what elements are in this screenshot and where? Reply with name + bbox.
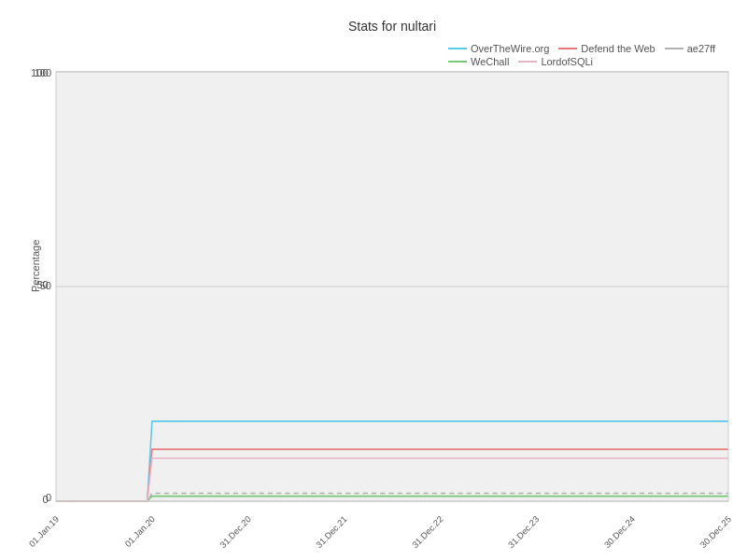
legend-color-lordofsqli [518,61,537,63]
legend-label-defendtheweb: Defend the Web [581,43,655,54]
chart-plot-svg: 100 50 0 01.Jan.19 01.Jan.20 31.Dec.20 3… [56,72,728,501]
legend-label-wechall: WeChall [471,56,509,67]
legend-item-wechall: WeChall [448,56,509,67]
y-label-100: 100 [31,67,49,78]
x-label-dec20: 31.Dec.20 [218,513,252,550]
legend-item-ae27ff: ae27ff [665,43,715,54]
legend-color-ae27ff [665,48,684,49]
x-label-jan19: 01.Jan.19 [27,513,61,549]
legend-label-lordofsqli: LordofSQLi [541,56,593,67]
chart-area: Percentage 100 50 0 01.Jan.19 [56,72,728,501]
x-label-dec23: 31.Dec.23 [506,513,541,550]
chart-container: Stats for nultari OverTheWire.org Defend… [0,0,747,560]
x-label-jan20: 01.Jan.20 [123,513,157,549]
x-label-dec21: 31.Dec.21 [314,513,348,550]
chart-title: Stats for nultari [56,19,728,34]
x-label-dec22: 31.Dec.22 [410,513,444,550]
legend-color-wechall [448,61,467,63]
chart-legend: OverTheWire.org Defend the Web ae27ff We… [448,43,728,67]
x-label-dec25: 30.Dec.25 [698,513,733,550]
legend-color-defendtheweb [558,48,577,49]
x-label-dec24: 30.Dec.24 [602,513,637,550]
legend-color-overthewire [448,48,467,49]
legend-item-defendtheweb: Defend the Web [558,43,655,54]
legend-label-overthewire: OverTheWire.org [471,43,549,54]
legend-label-ae27ff: ae27ff [687,43,715,54]
y-label-50: 50 [36,279,49,290]
legend-item-lordofsqli: LordofSQLi [518,56,593,67]
legend-item-overthewire: OverTheWire.org [448,43,549,54]
y-label-0: 0 [42,494,48,505]
